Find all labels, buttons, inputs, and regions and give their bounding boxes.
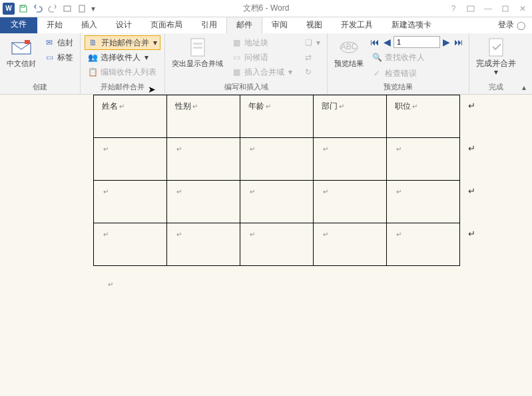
table-cell[interactable]: 性别↵ [166, 95, 240, 138]
chevron-down-icon: ▾ [288, 67, 292, 77]
table-cell[interactable]: ↵ [240, 138, 313, 181]
insert-merge-field-button: ▦插入合并域▾ [228, 65, 295, 79]
paragraph-mark-icon: ↵ [192, 103, 198, 110]
table-row[interactable]: ↵ ↵ ↵ ↵ ↵ ↵ [93, 181, 483, 223]
svg-rect-0 [21, 5, 25, 7]
chevron-down-icon: ▾ [494, 67, 498, 77]
tab-insert[interactable]: 插入 [72, 17, 107, 33]
table-cell[interactable]: ↵ [386, 138, 459, 181]
table-cell[interactable]: ↵ [93, 223, 166, 266]
table-row[interactable]: 姓名↵ 性别↵ 年龄↵ 部门↵ 职位↵ ↵ [93, 95, 483, 138]
paragraph-mark-icon: ↵ [103, 145, 109, 153]
qat-dropdown-icon[interactable]: ▾ [89, 1, 97, 16]
minimize-icon[interactable]: — [480, 2, 496, 15]
table-cell[interactable]: ↵ [93, 138, 166, 181]
table-cell[interactable]: ↵ [166, 181, 240, 223]
ribbon-display-icon[interactable] [463, 2, 479, 15]
group-start-merge-label: 开始邮件合并 [85, 82, 160, 94]
tab-view[interactable]: 视图 [297, 17, 332, 33]
table-cell[interactable]: ↵ [240, 181, 313, 223]
paragraph-mark-icon: ↵ [412, 103, 417, 110]
envelope-small-icon: ✉ [44, 37, 55, 48]
tab-review[interactable]: 审阅 [262, 17, 297, 33]
collapse-ribbon-icon[interactable]: ▴ [519, 82, 529, 93]
prev-record-icon[interactable]: ◀ [382, 35, 392, 49]
maximize-icon[interactable] [497, 2, 513, 15]
paragraph-mark-icon: ↵ [250, 231, 255, 238]
record-navigation: ⏮ ◀ ▶ ⏭ [369, 35, 465, 49]
close-icon[interactable]: ✕ [515, 2, 531, 15]
table-row[interactable]: ↵ ↵ ↵ ↵ ↵ ↵ [93, 138, 483, 181]
row-end-mark: ↵ [459, 223, 483, 266]
greeting-line-button: ▭问候语 [228, 50, 295, 65]
table-cell[interactable]: ↵ [93, 181, 166, 223]
paragraph-mark-icon: ↵ [176, 188, 182, 195]
paragraph-mark-icon: ↵ [396, 231, 401, 238]
title-bar: W ▾ 文档6 - Word ? — ✕ [0, 0, 532, 17]
group-create-label: 创建 [4, 82, 76, 94]
table-cell[interactable]: ↵ [386, 181, 459, 223]
start-mail-merge-button[interactable]: 🗎开始邮件合并▾ [85, 35, 160, 50]
tab-developer[interactable]: 开发工具 [332, 17, 382, 33]
tab-design[interactable]: 设计 [107, 17, 141, 33]
update-labels-button: ↻ [300, 65, 323, 79]
paragraph-mark-icon: ↵ [119, 103, 125, 110]
tab-file[interactable]: 文件 [0, 15, 37, 33]
first-record-icon[interactable]: ⏮ [369, 35, 381, 49]
document-table[interactable]: 姓名↵ 性别↵ 年龄↵ 部门↵ 职位↵ ↵ ↵ ↵ ↵ ↵ ↵ ↵ ↵ ↵ ↵ … [93, 95, 484, 266]
word-app-icon[interactable]: W [1, 1, 16, 16]
chevron-down-icon: ▾ [144, 53, 148, 62]
table-cell[interactable]: 职位↵ [386, 95, 459, 138]
paragraph-mark-icon: ↵ [339, 103, 344, 110]
svg-text:ABC: ABC [341, 42, 358, 51]
chinese-envelope-button[interactable]: 中文信封 [4, 35, 39, 82]
tab-layout[interactable]: 页面布局 [141, 17, 192, 33]
preview-results-button: ABC 预览结果 [332, 35, 366, 82]
table-cell[interactable]: ↵ [386, 223, 459, 266]
qat-btn-1[interactable] [60, 1, 75, 16]
finish-icon [485, 37, 507, 58]
labels-button[interactable]: ▭标签 [41, 50, 76, 65]
match-icon: ⇄ [303, 52, 314, 63]
row-end-mark: ↵ [459, 138, 483, 181]
table-row[interactable]: ↵ ↵ ↵ ↵ ↵ ↵ [93, 223, 483, 266]
table-cell[interactable]: ↵ [166, 138, 240, 181]
redo-icon[interactable] [45, 1, 60, 16]
group-preview: ABC 预览结果 ⏮ ◀ ▶ ⏭ 🔍查找收件人 ✓检查错误 预览结果 [328, 33, 469, 94]
window-controls: ? — ✕ [445, 2, 531, 15]
table-cell[interactable]: ↵ [240, 223, 313, 266]
tab-mailings[interactable]: 邮件 [226, 16, 262, 33]
save-icon[interactable] [16, 1, 31, 16]
table-cell[interactable]: ↵ [313, 181, 386, 223]
chevron-down-icon: ▾ [316, 38, 320, 47]
group-write-insert-label: 编写和插入域 [169, 82, 323, 94]
last-record-icon[interactable]: ⏭ [453, 35, 465, 49]
row-end-mark: ↵ [459, 95, 483, 138]
paragraph-mark-icon: ↵ [323, 145, 328, 153]
table-cell[interactable]: ↵ [313, 138, 386, 181]
record-number-input[interactable] [394, 36, 440, 48]
envelope-button[interactable]: ✉信封 [41, 35, 76, 50]
search-icon: 🔍 [372, 52, 382, 63]
table-cell[interactable]: ↵ [166, 223, 240, 266]
row-end-mark: ↵ [459, 181, 483, 223]
paragraph-mark-icon: ↵ [103, 188, 109, 195]
tab-references[interactable]: 引用 [192, 17, 226, 33]
undo-icon[interactable] [31, 1, 45, 16]
table-cell[interactable]: 姓名↵ [93, 95, 166, 138]
select-recipients-button[interactable]: 👥选择收件人▾ [85, 50, 160, 65]
help-icon[interactable]: ? [445, 2, 461, 15]
next-record-icon[interactable]: ▶ [441, 35, 451, 49]
edit-list-icon: 📋 [87, 67, 98, 77]
qat-btn-2[interactable] [75, 1, 89, 16]
find-recipient-button: 🔍查找收件人 [369, 50, 465, 65]
table-cell[interactable]: 部门↵ [313, 95, 386, 138]
paragraph-mark-icon: ↵ [176, 145, 182, 153]
document-area[interactable]: 姓名↵ 性别↵ 年龄↵ 部门↵ 职位↵ ↵ ↵ ↵ ↵ ↵ ↵ ↵ ↵ ↵ ↵ … [0, 95, 532, 396]
tab-custom[interactable]: 新建选项卡 [382, 17, 441, 33]
login-link[interactable]: 登录◯ [491, 17, 532, 33]
table-cell[interactable]: 年龄↵ [240, 95, 313, 138]
field-icon: ▦ [231, 67, 242, 77]
tab-home[interactable]: 开始 [37, 17, 72, 33]
table-cell[interactable]: ↵ [313, 223, 386, 266]
